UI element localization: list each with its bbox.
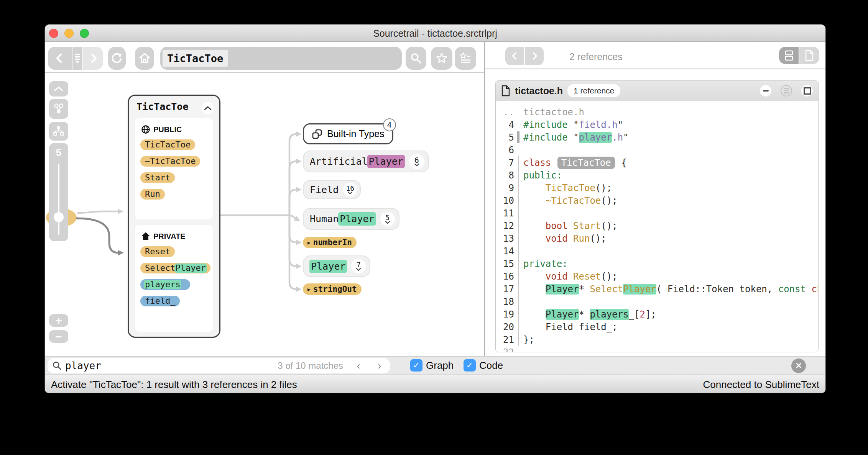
line-number: 14	[496, 246, 514, 257]
bookmark-list-button[interactable]	[455, 47, 476, 70]
code-checkbox[interactable]: ✓	[464, 359, 476, 372]
graph-member-reset[interactable]: Reset	[140, 246, 175, 257]
code-text[interactable]: tictactoe.h	[523, 107, 584, 118]
graph-member-run[interactable]: Run	[140, 189, 165, 200]
app-window: Sourcetrail - tictactoe.srctrlprj TicTac…	[45, 25, 825, 393]
chevron-right-icon	[88, 53, 99, 64]
snippet-file-name[interactable]: tictactoe.h	[515, 85, 563, 97]
node-count-badge[interactable]: 4	[383, 118, 396, 131]
graph-depth-value: 5	[49, 147, 68, 159]
code-text[interactable]: Player* SelectPlayer( Field::Token token…	[523, 284, 819, 295]
refresh-icon	[111, 52, 123, 64]
custom-trail-button[interactable]	[49, 99, 68, 119]
graph-member-tictactoe-ctor[interactable]: TicTacToe	[140, 139, 195, 150]
references-prev-button[interactable]	[505, 47, 524, 65]
code-line: 10 ~TicTacToe();	[496, 194, 818, 207]
code-text[interactable]: ~TicTacToe();	[523, 195, 618, 206]
graph-node-humanplayer[interactable]: HumanPlayer 5	[303, 208, 399, 230]
snippet-header[interactable]: tictactoe.h 1 reference	[496, 81, 818, 101]
code-text[interactable]: void Reset();	[523, 271, 618, 282]
refresh-button[interactable]	[108, 47, 126, 70]
search-button[interactable]	[406, 47, 426, 70]
code-line: 6	[496, 144, 818, 156]
code-line: 21};	[496, 333, 818, 346]
code-editor[interactable]: ..tictactoe.h4#include "field.h"5#includ…	[496, 101, 818, 352]
graph-checkbox[interactable]: ✓	[410, 359, 422, 372]
graph-node-tictactoe[interactable]: TicTacToe PUBLIC TicTacToe ~TicTacToe St…	[128, 95, 220, 338]
graph-depth-slider[interactable]: 5	[49, 143, 68, 241]
zoom-out-button[interactable]: −	[49, 330, 68, 343]
graph-node-numberin[interactable]: ▶ numberIn	[303, 237, 357, 248]
line-number: 6	[496, 145, 514, 155]
code-text[interactable]: TicTacToe();	[523, 183, 612, 193]
minus-icon	[763, 90, 769, 92]
fulltext-search-bar: player 3 of 10 matches ‹ › ✓ Graph ✓ Cod…	[45, 356, 825, 375]
home-button[interactable]	[135, 47, 154, 70]
code-text[interactable]: class TicTacToe {	[523, 157, 627, 168]
collapse-node-button[interactable]	[202, 102, 214, 114]
graph-member-selectplayer[interactable]: SelectPlayer	[140, 263, 210, 273]
fulltext-search-value[interactable]: player	[65, 360, 278, 372]
graph-node-stringout[interactable]: ▶ stringOut	[303, 283, 362, 295]
graph-member-start[interactable]: Start	[140, 172, 175, 183]
code-text[interactable]: Player* players_[2];	[523, 309, 656, 320]
line-number: 20	[496, 322, 514, 332]
snippet-view-toggle[interactable]	[779, 47, 799, 64]
graph-member-players[interactable]: players_	[140, 279, 190, 290]
snippet-snippet-mode-button[interactable]	[781, 85, 792, 97]
node-count-badge[interactable]: 16	[343, 183, 357, 196]
history-dropdown-button[interactable]	[72, 47, 82, 70]
code-text[interactable]: };	[523, 334, 534, 345]
private-section-header: PRIVATE	[141, 232, 208, 241]
symbol-search-field[interactable]: TicTacToe	[160, 47, 402, 70]
graph-node-artificialplayer[interactable]: ArtificialPlayer 6	[303, 151, 429, 172]
connection-status[interactable]: Connected to SublimeText	[703, 379, 819, 391]
node-count-badge[interactable]: 6	[409, 154, 424, 169]
hierarchy-view-button[interactable]	[49, 122, 68, 141]
node-label: Built-in Types	[327, 128, 385, 139]
chevron-left-icon	[54, 53, 65, 64]
depth-slider-track[interactable]	[58, 164, 59, 235]
snippet-maximize-button[interactable]	[801, 85, 813, 97]
node-count-badge[interactable]: 5	[380, 212, 395, 226]
file-view-toggle[interactable]	[799, 47, 819, 64]
graph-member-tictactoe-dtor[interactable]: ~TicTacToe	[140, 156, 200, 167]
code-text[interactable]: #include "field.h"	[523, 119, 623, 130]
code-text[interactable]: private:	[523, 259, 568, 269]
code-text[interactable]: #include "player.h"	[523, 132, 629, 143]
gutter	[514, 207, 523, 219]
graph-node-field[interactable]: Field 16	[303, 180, 361, 199]
code-text[interactable]: void Run();	[523, 233, 607, 244]
graph-node-builtin-types[interactable]: Built-in Types 4	[303, 123, 393, 144]
zoom-in-button[interactable]: +	[49, 314, 68, 327]
active-reference-marker	[514, 131, 523, 144]
forward-button[interactable]	[83, 47, 103, 70]
graph-checkbox-label: Graph	[426, 360, 454, 372]
bookmark-button[interactable]	[431, 47, 452, 70]
gutter	[514, 194, 523, 207]
fulltext-search-field[interactable]: player 3 of 10 matches ‹ ›	[48, 358, 390, 373]
next-match-button[interactable]: ›	[369, 358, 390, 373]
previous-match-button[interactable]: ‹	[348, 358, 369, 373]
code-text[interactable]: bool Start();	[523, 221, 618, 231]
panel-divider[interactable]	[484, 41, 485, 356]
graph-panel[interactable]: 5 + − TicTacToe PUBLIC TicTa	[45, 73, 484, 356]
search-icon	[52, 361, 62, 371]
node-count-badge[interactable]: 7	[351, 259, 366, 273]
chevron-right-icon	[530, 52, 539, 60]
code-line: 7class TicTacToe {	[496, 156, 818, 169]
line-number: 8	[496, 170, 514, 181]
code-text[interactable]: Field field_;	[523, 322, 618, 332]
references-next-button[interactable]	[525, 47, 544, 65]
snippet-minimize-button[interactable]	[760, 85, 771, 97]
code-line: ..tictactoe.h	[496, 106, 818, 118]
code-text[interactable]: public:	[523, 170, 562, 181]
back-button[interactable]	[48, 47, 72, 70]
graph-member-field[interactable]: field_	[140, 296, 180, 306]
collapse-graph-controls-button[interactable]	[49, 81, 68, 97]
graph-node-player[interactable]: Player 7	[303, 255, 370, 277]
close-search-button[interactable]: ✕	[791, 358, 806, 373]
depth-slider-knob[interactable]	[54, 212, 64, 222]
chevron-down-icon	[356, 268, 361, 271]
search-match: players	[144, 280, 181, 289]
